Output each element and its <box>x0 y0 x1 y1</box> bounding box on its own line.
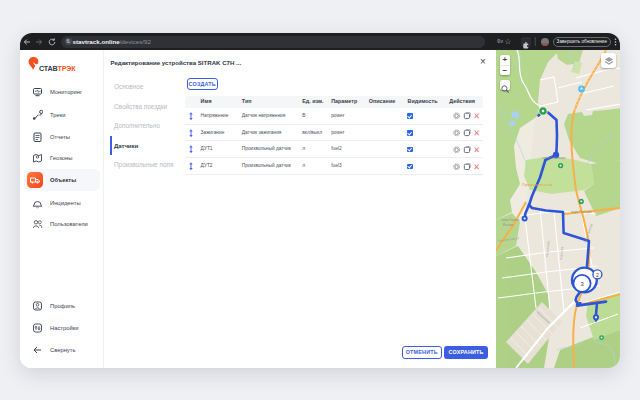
svg-text:2: 2 <box>596 272 599 278</box>
svg-text:сквер Тобольцев: сквер Тобольцев <box>542 156 566 160</box>
svg-text:3: 3 <box>580 281 583 287</box>
svg-text:Промышленный: Промышленный <box>522 182 552 187</box>
svg-text:парк Победы: парк Победы <box>571 210 592 214</box>
svg-text:сквер Героев: сквер Героев <box>501 218 520 222</box>
svg-text:России: России <box>503 223 513 227</box>
svg-text:СТАВ: СТАВ <box>39 64 58 73</box>
svg-text:ТРЭК: ТРЭК <box>58 64 77 73</box>
